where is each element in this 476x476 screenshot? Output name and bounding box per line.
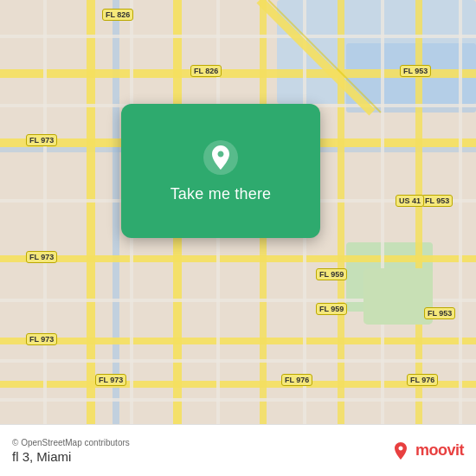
svg-rect-22 xyxy=(43,0,47,424)
road-label-fl973-2: FL 973 xyxy=(26,251,57,263)
road-label-fl976-2: FL 976 xyxy=(407,374,438,386)
moovit-logo: moovit xyxy=(390,441,464,461)
road-label-fl826-top: FL 826 xyxy=(102,9,133,21)
svg-rect-10 xyxy=(0,381,476,388)
take-me-there-button[interactable]: Take me there xyxy=(170,185,272,203)
road-label-fl826-mid: FL 826 xyxy=(190,65,222,77)
popup-card: Take me there xyxy=(121,104,320,238)
map-container: FL 826 FL 826 FL 973 FL 90 FL 90 FL 953 … xyxy=(0,0,476,424)
moovit-pin-icon xyxy=(390,441,411,461)
road-label-fl959-2: FL 959 xyxy=(316,303,347,315)
svg-rect-30 xyxy=(363,268,433,325)
road-label-fl973-3: FL 973 xyxy=(26,333,57,345)
road-label-fl953-2: FL 953 xyxy=(421,195,453,207)
svg-rect-16 xyxy=(0,35,476,38)
map-attribution: © OpenStreetMap contributors xyxy=(12,438,130,447)
bottom-left-info: © OpenStreetMap contributors fl 3, Miami xyxy=(12,438,130,464)
location-name: fl 3, Miami xyxy=(12,449,130,464)
road-label-fl973-4: FL 973 xyxy=(95,374,126,386)
svg-rect-8 xyxy=(0,255,476,262)
svg-rect-27 xyxy=(459,0,462,424)
svg-rect-9 xyxy=(0,338,476,344)
moovit-brand-name: moovit xyxy=(415,441,464,460)
svg-rect-26 xyxy=(381,0,384,424)
svg-rect-20 xyxy=(0,359,476,363)
road-label-fl973-1: FL 973 xyxy=(26,134,57,146)
road-label-us41: US 41 xyxy=(396,195,424,207)
location-pin-icon xyxy=(202,138,240,177)
road-label-fl959-1: FL 959 xyxy=(316,268,347,280)
road-label-fl976-1: FL 976 xyxy=(281,374,312,386)
road-label-fl953-1: FL 953 xyxy=(400,65,431,77)
road-label-fl953-3: FL 953 xyxy=(424,307,455,319)
svg-rect-21 xyxy=(0,398,476,402)
bottom-bar: © OpenStreetMap contributors fl 3, Miami… xyxy=(0,424,476,476)
